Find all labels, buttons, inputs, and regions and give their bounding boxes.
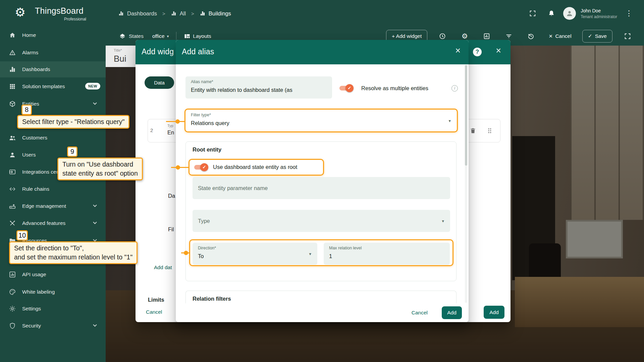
dashboards-icon [200, 10, 206, 16]
entities-icon [9, 100, 16, 108]
avatar[interactable] [563, 7, 576, 20]
resolve-multiple-toggle[interactable]: ✓ [339, 84, 354, 92]
cancel-button[interactable]: Cancel [142, 306, 166, 318]
cancel-edit-button[interactable]: × Cancel [546, 30, 574, 43]
type-select[interactable]: Type ▾ [193, 210, 450, 232]
callout-9-connector [171, 167, 189, 168]
rule-chains-icon [9, 185, 16, 193]
dialog-title: Add alias [182, 47, 214, 56]
sidebar-item-rule-chains[interactable]: Rule chains [0, 181, 106, 197]
home-icon [9, 32, 16, 39]
use-state-toggle-label: Use dashboard state entity as root [213, 164, 297, 170]
white-labeling-icon [9, 288, 16, 296]
chevron-down-icon [93, 323, 97, 326]
dashboard-title-field: Title* Bui [106, 46, 136, 67]
customers-icon [9, 134, 16, 141]
use-state-toggle-highlight: ✓ Use dashboard state entity as root [189, 159, 324, 176]
sidebar-item-solution-templates[interactable]: Solution templatesNEW [0, 78, 106, 95]
title-value: Bui [114, 54, 126, 64]
user-info: John Doe Tenant administrator [581, 8, 617, 19]
info-icon[interactable]: i [451, 85, 458, 92]
user-role: Tenant administrator [581, 14, 617, 19]
relation-filters-heading: Relation filters [193, 296, 231, 302]
dialog-title: Add widg [142, 47, 173, 56]
drag-handle-icon[interactable] [483, 124, 497, 138]
chevron-down-icon: ▾ [448, 118, 451, 123]
more-vert-icon[interactable]: ⋮ [622, 6, 636, 20]
cancel-button[interactable]: Cancel [408, 306, 432, 319]
chevron-down-icon: ▾ [309, 251, 311, 256]
save-button[interactable]: ✓ Save [582, 30, 612, 43]
chevron-down-icon [93, 238, 97, 241]
callout-number-9: 9 [67, 146, 77, 157]
add-alias-dialog-footer: Cancel Add [176, 303, 469, 322]
close-icon[interactable]: × [455, 46, 461, 55]
callout-10-dot [184, 251, 188, 255]
toggle-check-icon: ✓ [345, 84, 354, 92]
brand-edition: Professional [35, 17, 86, 21]
sidebar-item-white-labeling[interactable]: White labeling [0, 284, 106, 300]
breadcrumb: Dashboards > All > Buildings [118, 0, 231, 27]
person-icon [566, 9, 574, 17]
brand-name: ThingsBoard [35, 6, 84, 16]
add-button[interactable]: Add [484, 306, 504, 319]
title-label: Title* [114, 48, 122, 52]
callout-9-dot [176, 165, 180, 170]
sidebar-item-advanced-features[interactable]: Advanced features [0, 215, 106, 231]
close-icon[interactable]: × [496, 46, 501, 55]
top-header: Dashboards > All > Buildings [106, 0, 644, 27]
chevron-down-icon: ▾ [442, 219, 444, 224]
sidebar-item-customers[interactable]: Customers [0, 130, 106, 146]
max-relation-level-input[interactable]: Max relation level 1 [324, 243, 450, 265]
sidebar-item-entities[interactable]: Entities [0, 96, 106, 112]
fullscreen-icon[interactable] [621, 29, 635, 43]
callout-10: Set the direction to "To", and set the m… [9, 241, 138, 264]
add-datasource-button[interactable]: Add dat [154, 264, 172, 270]
logo-gear-icon: ⚙ [15, 5, 25, 19]
sidebar-item-dashboards[interactable]: Dashboards [0, 61, 106, 77]
sidebar-item-alarms[interactable]: Alarms [0, 45, 106, 61]
layouts-icon [184, 33, 191, 40]
breadcrumb-separator: > [191, 11, 194, 16]
logo[interactable]: ⚙ ThingsBoard Professional [0, 0, 106, 27]
toggle-check-icon: ✓ [200, 163, 208, 171]
sidebar-item-api-usage[interactable]: API usage [0, 266, 106, 283]
alias-name-field[interactable]: Alias name* Entity with relation to dash… [185, 76, 332, 99]
layouts-button[interactable]: Layouts [184, 33, 211, 40]
breadcrumb-all[interactable]: All [171, 10, 186, 17]
root-entity-heading: Root entity [193, 146, 221, 153]
callout-8-dot [175, 119, 180, 124]
state-entity-parameter-input[interactable]: State entity parameter name [193, 177, 450, 199]
breadcrumb-dashboards[interactable]: Dashboards [118, 10, 157, 17]
fullscreen-icon[interactable] [526, 6, 540, 20]
sidebar-item-security[interactable]: Security [0, 318, 106, 334]
user-name: John Doe [581, 8, 617, 13]
direction-select[interactable]: Direction* To ▾ [193, 243, 317, 265]
tab-data[interactable]: Data [145, 76, 174, 89]
toolbar-divider [176, 32, 176, 41]
sidebar-item-home[interactable]: Home [0, 27, 106, 43]
add-alias-dialog: Add alias × Alias name* Entity with rela… [176, 40, 469, 322]
dialog-scrollbar[interactable] [465, 65, 467, 303]
new-badge: NEW [85, 83, 100, 89]
chevron-down-icon: ▾ [167, 34, 169, 39]
chevron-down-icon [93, 220, 97, 224]
notifications-icon[interactable] [544, 6, 558, 20]
help-icon[interactable]: ? [473, 48, 482, 56]
resolve-toggle-label: Resolve as multiple entities [361, 85, 428, 92]
history-icon[interactable] [524, 29, 538, 43]
security-icon [9, 322, 16, 329]
datasource-type-value: En [167, 129, 174, 136]
use-dashboard-state-toggle[interactable]: ✓ [194, 163, 208, 171]
edge-icon [9, 202, 16, 210]
filter-type-select[interactable]: Filter type* Relations query ▾ [184, 109, 458, 132]
breadcrumb-separator: > [162, 11, 165, 16]
datasource-type-label: Typ [167, 124, 173, 128]
sidebar-item-settings[interactable]: Settings [0, 301, 106, 317]
states-label: States [119, 33, 144, 40]
limits-heading: Limits [148, 297, 164, 303]
sidebar-item-edge-management[interactable]: Edge management [0, 198, 106, 214]
add-button[interactable]: Add [442, 306, 462, 319]
breadcrumb-buildings[interactable]: Buildings [200, 10, 231, 17]
state-selector[interactable]: office ▾ [152, 33, 169, 39]
